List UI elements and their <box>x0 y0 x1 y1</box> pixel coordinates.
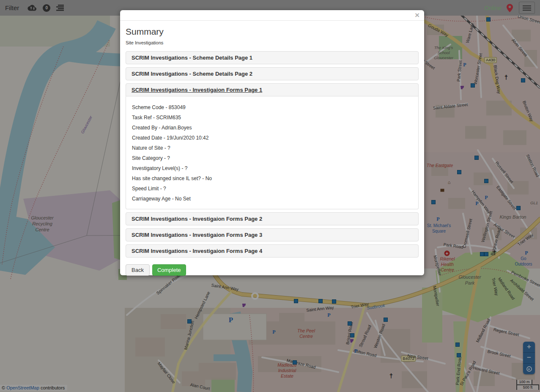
accordion-section: SCRIM Investigations - Investigaion Form… <box>126 244 419 258</box>
detail-line: Carriageway Age - No Set <box>132 194 412 204</box>
page-subtitle: Site Investigations <box>126 40 419 45</box>
accordion-section-header[interactable]: SCRIM Investigations - Investigaion Form… <box>126 244 419 258</box>
detail-line: Speed Limit - ? <box>132 184 412 194</box>
accordion-section: SCRIM Investigations - Investigaion Form… <box>126 83 419 209</box>
accordion-section-header[interactable]: SCRIM Investigations - Investigaion Form… <box>126 83 419 96</box>
accordion-section-header[interactable]: SCRIM Investigations - Scheme Details Pa… <box>126 51 419 64</box>
accordion-section: SCRIM Investigations - Investigaion Form… <box>126 228 419 241</box>
accordion-section-body: Scheme Code - 853049Task Ref - SCRIM635C… <box>126 96 419 209</box>
modal-body: Summary Site Investigations SCRIM Invest… <box>120 21 424 276</box>
complete-button[interactable]: Complete <box>152 264 186 276</box>
accordion-section-header[interactable]: SCRIM Investigations - Investigaion Form… <box>126 228 419 241</box>
accordion-section: SCRIM Investigations - Investigaion Form… <box>126 212 419 225</box>
detail-line: Investigatory Level(s) - ? <box>132 163 412 173</box>
detail-line: Created By - Adrian.Boyes <box>132 123 412 133</box>
accordion-section: SCRIM Investigations - Scheme Details Pa… <box>126 51 419 64</box>
detail-line: Scheme Code - 853049 <box>132 102 412 112</box>
accordion: SCRIM Investigations - Scheme Details Pa… <box>126 51 419 258</box>
detail-line: Created Date - 19/Jun/2020 10:42 <box>132 133 412 143</box>
close-icon[interactable]: × <box>415 11 419 19</box>
detail-line: Site Category - ? <box>132 153 412 163</box>
detail-line: Task Ref - SCRIM635 <box>132 112 412 123</box>
page-title: Summary <box>126 27 419 37</box>
accordion-section: SCRIM Investigations - Scheme Details Pa… <box>126 67 419 80</box>
accordion-section-header[interactable]: SCRIM Investigations - Scheme Details Pa… <box>126 67 419 80</box>
detail-line: Nature of Site - ? <box>132 143 412 153</box>
button-row: Back Complete <box>126 264 419 276</box>
detail-line: Has site changed since IL set? - No <box>132 173 412 184</box>
modal-header: × <box>120 10 424 21</box>
summary-modal: × Summary Site Investigations SCRIM Inve… <box>120 10 424 275</box>
accordion-section-header[interactable]: SCRIM Investigations - Investigaion Form… <box>126 212 419 225</box>
app-window: Gloucester Recycling CentreGloucesterGou… <box>0 0 540 392</box>
back-button[interactable]: Back <box>126 264 150 276</box>
